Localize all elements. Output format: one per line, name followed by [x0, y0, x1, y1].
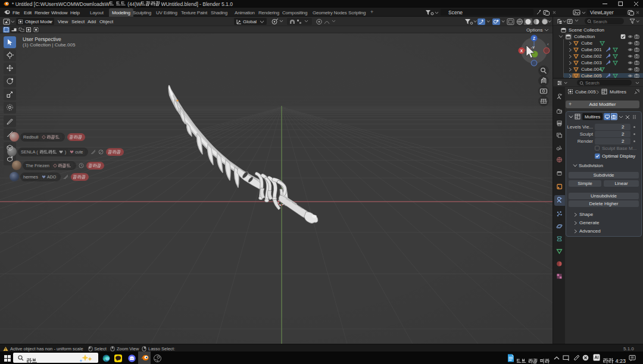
svg-text:-Y: -Y [531, 46, 535, 49]
svg-text:X: X [520, 49, 523, 53]
svg-text:‹: ‹ [547, 42, 549, 47]
svg-text:Z: Z [533, 36, 535, 40]
